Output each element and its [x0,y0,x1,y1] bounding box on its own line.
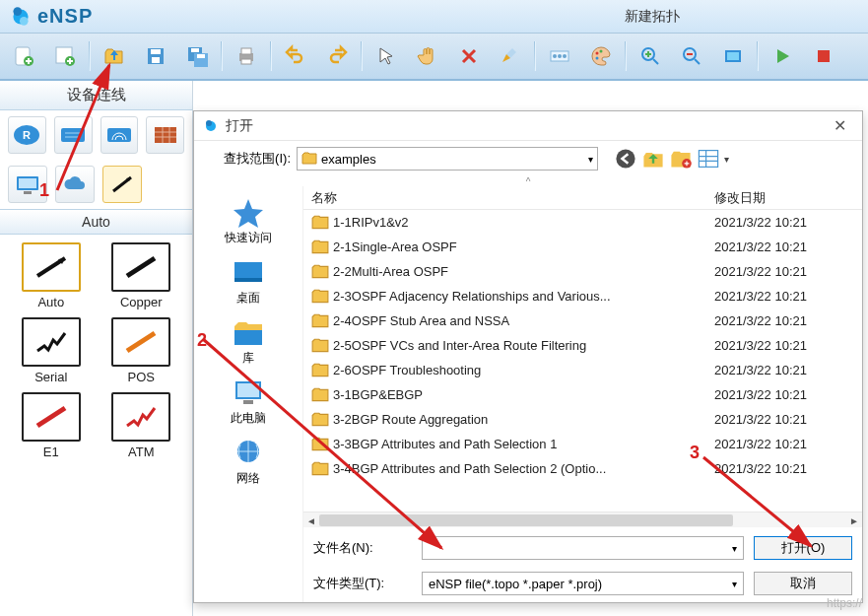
file-date: 2021/3/22 10:21 [714,289,862,304]
tb-pointer-button[interactable] [368,38,404,74]
tb-save-button[interactable] [138,38,173,74]
file-row[interactable]: 3-4BGP Attributes and Path Selection 2 (… [303,456,862,481]
svg-point-18 [553,54,557,58]
nav-newfolder-button[interactable] [669,147,693,171]
file-name: 2-2Multi-Area OSPF [333,264,714,279]
tb-saveas-button[interactable] [179,38,215,74]
cable-copper[interactable]: Copper [97,239,187,313]
scroll-left-icon[interactable]: ◄ [303,513,319,528]
file-row[interactable]: 2-5OSPF VCs and Inter-Area Route Filteri… [303,333,862,358]
chevron-down-icon: ▾ [732,579,737,589]
dev-pc[interactable] [8,166,47,203]
scroll-right-icon[interactable]: ► [846,513,862,528]
place-quickaccess[interactable]: 快速访问 [204,192,293,250]
file-row[interactable]: 2-2Multi-Area OSPF2021/3/22 10:21 [303,259,862,284]
svg-rect-50 [243,400,253,404]
cable-auto[interactable]: Auto [6,239,97,313]
filetype-select[interactable]: eNSP file(*.topo *.paper *.proj)▾ [422,572,744,595]
tb-zoom-fit-button[interactable] [715,38,751,74]
place-libraries[interactable]: 库 [204,312,293,371]
chevron-down-icon: ▾ [732,543,737,554]
file-date: 2021/3/22 10:21 [714,412,862,427]
svg-rect-15 [241,48,251,54]
svg-point-23 [600,50,603,53]
place-network[interactable]: 网络 [204,433,293,491]
cable-serial[interactable]: Serial [6,313,97,388]
col-header-date[interactable]: 修改日期 [714,189,862,207]
dialog-title: 打开 [226,117,253,135]
scroll-thumb[interactable] [319,514,733,526]
nav-up-button[interactable] [641,147,665,171]
file-row[interactable]: 2-3OSPF Adjacency Relationships and Vari… [303,284,862,308]
svg-rect-16 [241,59,251,64]
tb-undo-button[interactable] [278,38,313,74]
folder-icon [311,461,329,477]
file-name: 2-3OSPF Adjacency Relationships and Vari… [333,289,714,304]
tb-zoom-out-button[interactable] [674,38,709,74]
svg-rect-28 [818,50,830,62]
cancel-button[interactable]: 取消 [754,572,852,595]
file-name: 3-4BGP Attributes and Path Selection 2 (… [333,461,714,476]
cable-e1[interactable]: E1 [6,388,97,463]
tb-run-button[interactable] [765,38,800,74]
svg-rect-47 [234,330,262,345]
place-thispc[interactable]: 此电脑 [204,373,293,431]
file-row[interactable]: 2-1Single-Area OSPF2021/3/22 10:21 [303,235,862,259]
horizontal-scrollbar[interactable]: ◄ ► [303,512,862,527]
tb-text-button[interactable] [542,38,577,74]
open-dialog: 打开 ✕ 查找范围(I): examples ▾ ▾ ^ 快速访问 桌面 库 此… [193,110,863,603]
file-name: 2-1Single-Area OSPF [333,240,714,254]
tb-zoom-in-button[interactable] [633,38,668,74]
tb-new-topo-button[interactable] [6,38,41,74]
cable-pos[interactable]: POS [97,313,187,388]
app-logo-icon [8,5,33,29]
dev-cloud[interactable] [55,166,95,203]
tb-delete-button[interactable] [451,38,487,74]
col-header-name[interactable]: 名称 [303,189,714,207]
tb-print-button[interactable] [229,38,264,74]
cable-atm[interactable]: ATM [97,388,187,463]
file-row[interactable]: 3-1BGP&EBGP2021/3/22 10:21 [303,382,862,407]
tb-stop-button[interactable] [806,38,841,74]
tb-pan-button[interactable] [410,38,445,74]
file-row[interactable]: 2-6OSPF Troubleshooting2021/3/22 10:21 [303,358,862,382]
dialog-app-icon [202,117,220,135]
svg-text:R: R [23,129,31,141]
file-row[interactable]: 3-3BGP Attributes and Path Selection 120… [303,432,862,456]
file-row[interactable]: 3-2BGP Route Aggregation2021/3/22 10:21 [303,407,862,432]
file-name: 2-4OSPF Stub Area and NSSA [333,313,714,328]
file-name: 2-5OSPF VCs and Inter-Area Route Filteri… [333,338,714,353]
look-in-combo[interactable]: examples ▾ [297,147,598,171]
tb-redo-button[interactable] [319,38,355,74]
dev-router[interactable]: R [8,116,46,154]
file-row[interactable]: 1-1RIPv1&v22021/3/22 10:21 [303,210,862,235]
folder-icon [311,240,329,255]
file-date: 2021/3/22 10:21 [714,313,862,328]
dev-connection[interactable] [102,166,142,203]
svg-rect-44 [699,151,717,168]
file-date: 2021/3/22 10:21 [714,437,862,451]
dialog-close-button[interactable]: ✕ [825,116,854,135]
svg-rect-46 [234,278,262,282]
open-button[interactable]: 打开(O) [754,536,852,560]
svg-point-2 [20,17,29,26]
tb-new-project-button[interactable] [47,38,83,74]
file-row[interactable]: 2-4OSPF Stub Area and NSSA2021/3/22 10:2… [303,308,862,333]
tb-palette-button[interactable] [583,38,619,74]
file-name: 2-6OSPF Troubleshooting [333,363,714,377]
dev-firewall[interactable] [146,116,184,154]
filename-input[interactable]: ▾ [422,536,744,560]
place-desktop[interactable]: 桌面 [204,252,293,310]
tb-open-button[interactable] [97,38,132,74]
chevron-down-icon: ▾ [588,154,593,165]
filename-label: 文件名(N): [313,539,412,557]
nav-viewmode-button[interactable] [697,147,720,171]
dev-switch[interactable] [54,116,93,154]
nav-back-button[interactable] [614,147,637,171]
svg-rect-11 [191,48,199,52]
tb-broom-button[interactable] [493,38,528,74]
folder-icon [311,363,329,378]
dev-wlan[interactable] [100,116,139,154]
svg-point-42 [616,149,634,168]
file-date: 2021/3/22 10:21 [714,387,862,402]
